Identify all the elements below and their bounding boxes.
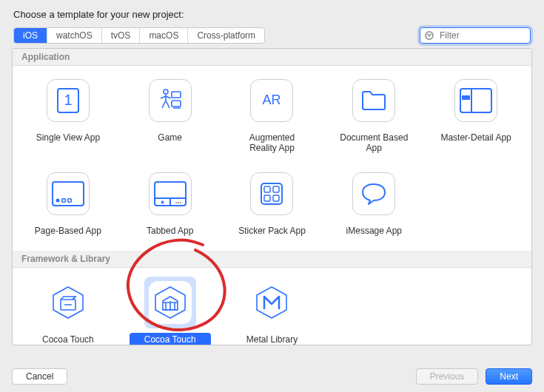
tabbed-icon: ★••• — [149, 172, 192, 215]
svg-rect-25 — [264, 186, 270, 192]
svg-rect-26 — [273, 186, 279, 192]
template-master-detail[interactable]: Master-Detail App — [428, 75, 524, 155]
application-grid: 1 Single View App Game AR Augmented Real… — [13, 66, 531, 251]
template-tabbed[interactable]: ★••• Tabbed App — [122, 168, 218, 237]
template-label: Game — [153, 131, 187, 144]
template-cocoa-touch-static-library[interactable]: Cocoa Touch Static Library — [122, 277, 218, 345]
template-game[interactable]: Game — [122, 75, 218, 155]
tab-ios[interactable]: iOS — [14, 27, 47, 44]
template-label: Augmented Reality App — [231, 131, 312, 155]
ar-icon: AR — [250, 79, 293, 122]
template-ar-app[interactable]: AR Augmented Reality App — [224, 75, 320, 155]
section-header-application: Application — [13, 49, 531, 66]
template-sticker-pack[interactable]: Sticker Pack App — [224, 168, 320, 237]
svg-rect-8 — [172, 92, 181, 98]
framework-icon — [47, 281, 90, 324]
svg-rect-27 — [264, 195, 270, 201]
svg-point-17 — [61, 199, 65, 203]
svg-text:•••: ••• — [175, 199, 181, 206]
static-library-icon — [149, 281, 192, 324]
imessage-icon — [352, 172, 395, 215]
game-icon — [149, 79, 192, 122]
svg-rect-9 — [172, 101, 181, 107]
document-icon — [352, 79, 395, 122]
section-header-framework: Framework & Library — [13, 251, 531, 268]
template-single-view-app[interactable]: 1 Single View App — [20, 75, 116, 155]
tab-watchos[interactable]: watchOS — [47, 27, 102, 44]
template-label: Master-Detail App — [436, 131, 515, 144]
svg-text:★: ★ — [159, 199, 164, 206]
svg-rect-12 — [460, 89, 491, 112]
template-label: Tabbed App — [142, 224, 198, 237]
svg-point-16 — [56, 199, 59, 203]
template-page-based[interactable]: Page-Based App — [20, 168, 116, 237]
framework-grid: Cocoa Touch Framework Cocoa Touch Static… — [13, 268, 531, 345]
platform-tab-group: iOS watchOS tvOS macOS Cross-platform — [13, 27, 265, 44]
single-view-icon: 1 — [47, 79, 90, 122]
tab-macos[interactable]: macOS — [140, 27, 188, 44]
template-label: Cocoa Touch Framework — [27, 333, 109, 345]
bottom-button-bar: Cancel Previous Next — [0, 361, 544, 392]
template-label: Document Based App — [333, 131, 414, 155]
platform-tabs-row: iOS watchOS tvOS macOS Cross-platform — [0, 27, 544, 48]
template-imessage[interactable]: iMessage App — [326, 168, 422, 237]
svg-rect-14 — [462, 95, 470, 100]
master-detail-icon — [454, 79, 497, 122]
svg-point-18 — [67, 199, 71, 203]
svg-marker-29 — [53, 287, 83, 318]
template-label: Single View App — [32, 131, 105, 144]
filter-icon — [424, 30, 434, 41]
choose-template-prompt: Choose a template for your new project: — [0, 0, 544, 27]
tab-tvos[interactable]: tvOS — [102, 27, 141, 44]
template-document-app[interactable]: Document Based App — [326, 75, 422, 155]
template-label: Page-Based App — [30, 224, 106, 237]
page-based-icon — [47, 172, 90, 215]
previous-button: Previous — [416, 368, 479, 385]
metal-icon — [250, 281, 293, 324]
next-button[interactable]: Next — [486, 368, 532, 385]
cancel-button[interactable]: Cancel — [12, 368, 67, 385]
template-label: iMessage App — [342, 224, 406, 237]
svg-marker-40 — [257, 287, 286, 318]
template-label: Cocoa Touch Static Library — [130, 333, 211, 345]
template-cocoa-touch-framework[interactable]: Cocoa Touch Framework — [20, 277, 116, 345]
template-metal-library[interactable]: Metal Library — [224, 277, 320, 345]
svg-text:AR: AR — [263, 92, 281, 107]
tab-crossplatform[interactable]: Cross-platform — [188, 27, 264, 44]
template-label: Metal Library — [242, 333, 302, 345]
filter-input[interactable] — [420, 27, 531, 44]
svg-rect-28 — [273, 195, 279, 201]
template-label: Sticker Pack App — [234, 224, 310, 237]
sticker-icon — [250, 172, 293, 215]
svg-point-7 — [164, 89, 168, 94]
svg-text:1: 1 — [64, 92, 72, 108]
template-scroll-panel: Application 1 Single View App Game AR Au… — [12, 48, 532, 345]
